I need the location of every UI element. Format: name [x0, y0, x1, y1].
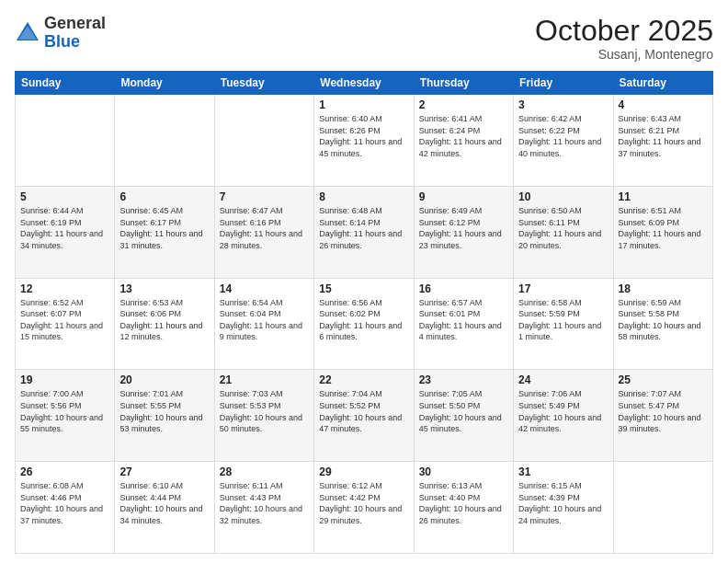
day-info: Sunrise: 6:57 AM Sunset: 6:01 PM Dayligh…: [419, 297, 508, 343]
day-info: Sunrise: 7:04 AM Sunset: 5:52 PM Dayligh…: [319, 388, 408, 434]
title-month: October 2025: [535, 15, 713, 47]
day-cell: 15Sunrise: 6:56 AM Sunset: 6:02 PM Dayli…: [314, 278, 414, 370]
day-info: Sunrise: 6:13 AM Sunset: 4:40 PM Dayligh…: [419, 480, 508, 526]
day-info: Sunrise: 6:12 AM Sunset: 4:42 PM Dayligh…: [319, 480, 408, 526]
day-number: 12: [20, 282, 109, 295]
title-location: Susanj, Montenegro: [535, 47, 713, 62]
day-info: Sunrise: 6:43 AM Sunset: 6:21 PM Dayligh…: [619, 113, 708, 159]
week-row-2: 5Sunrise: 6:44 AM Sunset: 6:19 PM Daylig…: [16, 186, 713, 278]
day-info: Sunrise: 6:40 AM Sunset: 6:26 PM Dayligh…: [319, 113, 408, 159]
day-cell: 3Sunrise: 6:42 AM Sunset: 6:22 PM Daylig…: [514, 95, 613, 187]
day-info: Sunrise: 7:05 AM Sunset: 5:50 PM Dayligh…: [419, 388, 508, 434]
day-number: 24: [518, 373, 608, 386]
logo-blue: Blue: [44, 32, 80, 51]
day-cell: 21Sunrise: 7:03 AM Sunset: 5:53 PM Dayli…: [214, 370, 313, 462]
page: General Blue October 2025 Susanj, Monten…: [0, 0, 728, 563]
day-number: 18: [619, 282, 708, 295]
week-row-3: 12Sunrise: 6:52 AM Sunset: 6:07 PM Dayli…: [16, 278, 713, 370]
day-info: Sunrise: 7:01 AM Sunset: 5:55 PM Dayligh…: [119, 388, 209, 434]
day-number: 7: [220, 190, 309, 203]
day-number: 6: [119, 190, 209, 203]
day-cell: 20Sunrise: 7:01 AM Sunset: 5:55 PM Dayli…: [115, 370, 214, 462]
day-cell: 12Sunrise: 6:52 AM Sunset: 6:07 PM Dayli…: [16, 278, 115, 370]
day-info: Sunrise: 6:48 AM Sunset: 6:14 PM Dayligh…: [319, 205, 408, 251]
day-info: Sunrise: 6:59 AM Sunset: 5:58 PM Dayligh…: [619, 297, 708, 343]
day-info: Sunrise: 7:00 AM Sunset: 5:56 PM Dayligh…: [20, 388, 109, 434]
header: General Blue October 2025 Susanj, Monten…: [15, 15, 713, 62]
day-cell: 13Sunrise: 6:53 AM Sunset: 6:06 PM Dayli…: [115, 278, 214, 370]
day-cell: 1Sunrise: 6:40 AM Sunset: 6:26 PM Daylig…: [314, 95, 414, 187]
day-number: 21: [220, 373, 309, 386]
day-cell: 16Sunrise: 6:57 AM Sunset: 6:01 PM Dayli…: [414, 278, 513, 370]
day-number: 3: [518, 98, 608, 111]
day-cell: 30Sunrise: 6:13 AM Sunset: 4:40 PM Dayli…: [414, 462, 513, 554]
day-info: Sunrise: 6:41 AM Sunset: 6:24 PM Dayligh…: [419, 113, 508, 159]
day-cell: 27Sunrise: 6:10 AM Sunset: 4:44 PM Dayli…: [115, 462, 214, 554]
day-info: Sunrise: 6:08 AM Sunset: 4:46 PM Dayligh…: [20, 480, 109, 526]
week-row-5: 26Sunrise: 6:08 AM Sunset: 4:46 PM Dayli…: [16, 462, 713, 554]
day-info: Sunrise: 6:53 AM Sunset: 6:06 PM Dayligh…: [119, 297, 209, 343]
day-cell: 31Sunrise: 6:15 AM Sunset: 4:39 PM Dayli…: [514, 462, 613, 554]
week-row-4: 19Sunrise: 7:00 AM Sunset: 5:56 PM Dayli…: [16, 370, 713, 462]
day-info: Sunrise: 6:45 AM Sunset: 6:17 PM Dayligh…: [119, 205, 209, 251]
day-info: Sunrise: 7:06 AM Sunset: 5:49 PM Dayligh…: [518, 388, 608, 434]
title-block: October 2025 Susanj, Montenegro: [535, 15, 713, 62]
day-info: Sunrise: 6:42 AM Sunset: 6:22 PM Dayligh…: [518, 113, 608, 159]
week-row-1: 1Sunrise: 6:40 AM Sunset: 6:26 PM Daylig…: [16, 95, 713, 187]
day-number: 10: [518, 190, 608, 203]
day-info: Sunrise: 6:52 AM Sunset: 6:07 PM Dayligh…: [20, 297, 109, 343]
day-number: 23: [419, 373, 508, 386]
day-cell: 8Sunrise: 6:48 AM Sunset: 6:14 PM Daylig…: [314, 186, 414, 278]
day-cell: [613, 462, 712, 554]
day-cell: [16, 95, 115, 187]
day-cell: 7Sunrise: 6:47 AM Sunset: 6:16 PM Daylig…: [214, 186, 313, 278]
day-info: Sunrise: 6:10 AM Sunset: 4:44 PM Dayligh…: [119, 480, 209, 526]
day-info: Sunrise: 7:03 AM Sunset: 5:53 PM Dayligh…: [220, 388, 309, 434]
day-cell: 18Sunrise: 6:59 AM Sunset: 5:58 PM Dayli…: [613, 278, 712, 370]
day-number: 19: [20, 373, 109, 386]
day-number: 8: [319, 190, 408, 203]
day-cell: 2Sunrise: 6:41 AM Sunset: 6:24 PM Daylig…: [414, 95, 513, 187]
day-cell: 29Sunrise: 6:12 AM Sunset: 4:42 PM Dayli…: [314, 462, 414, 554]
day-number: 4: [619, 98, 708, 111]
day-cell: 17Sunrise: 6:58 AM Sunset: 5:59 PM Dayli…: [514, 278, 613, 370]
col-sunday: Sunday: [16, 72, 115, 95]
svg-marker-1: [18, 26, 37, 40]
logo-text: General Blue: [44, 15, 106, 52]
logo-icon: [15, 20, 40, 46]
day-info: Sunrise: 6:50 AM Sunset: 6:11 PM Dayligh…: [518, 205, 608, 251]
day-number: 20: [119, 373, 209, 386]
day-number: 26: [20, 465, 109, 478]
day-cell: 23Sunrise: 7:05 AM Sunset: 5:50 PM Dayli…: [414, 370, 513, 462]
day-cell: 10Sunrise: 6:50 AM Sunset: 6:11 PM Dayli…: [514, 186, 613, 278]
day-info: Sunrise: 6:44 AM Sunset: 6:19 PM Dayligh…: [20, 205, 109, 251]
logo: General Blue: [15, 15, 106, 52]
day-cell: [214, 95, 313, 187]
day-number: 22: [319, 373, 408, 386]
day-cell: 25Sunrise: 7:07 AM Sunset: 5:47 PM Dayli…: [613, 370, 712, 462]
calendar-table: Sunday Monday Tuesday Wednesday Thursday…: [15, 71, 713, 554]
day-cell: 19Sunrise: 7:00 AM Sunset: 5:56 PM Dayli…: [16, 370, 115, 462]
day-number: 17: [518, 282, 608, 295]
day-cell: 4Sunrise: 6:43 AM Sunset: 6:21 PM Daylig…: [613, 95, 712, 187]
col-saturday: Saturday: [613, 72, 712, 95]
day-number: 25: [619, 373, 708, 386]
day-info: Sunrise: 6:54 AM Sunset: 6:04 PM Dayligh…: [220, 297, 309, 343]
day-number: 9: [419, 190, 508, 203]
day-number: 16: [419, 282, 508, 295]
day-number: 1: [319, 98, 408, 111]
day-number: 30: [419, 465, 508, 478]
day-cell: 6Sunrise: 6:45 AM Sunset: 6:17 PM Daylig…: [115, 186, 214, 278]
col-wednesday: Wednesday: [314, 72, 414, 95]
day-number: 2: [419, 98, 508, 111]
day-cell: 5Sunrise: 6:44 AM Sunset: 6:19 PM Daylig…: [16, 186, 115, 278]
day-info: Sunrise: 6:15 AM Sunset: 4:39 PM Dayligh…: [518, 480, 608, 526]
col-tuesday: Tuesday: [214, 72, 313, 95]
day-number: 15: [319, 282, 408, 295]
day-info: Sunrise: 6:56 AM Sunset: 6:02 PM Dayligh…: [319, 297, 408, 343]
day-cell: 26Sunrise: 6:08 AM Sunset: 4:46 PM Dayli…: [16, 462, 115, 554]
logo-general: General: [44, 14, 106, 32]
day-info: Sunrise: 6:58 AM Sunset: 5:59 PM Dayligh…: [518, 297, 608, 343]
day-info: Sunrise: 6:49 AM Sunset: 6:12 PM Dayligh…: [419, 205, 508, 251]
day-number: 27: [119, 465, 209, 478]
